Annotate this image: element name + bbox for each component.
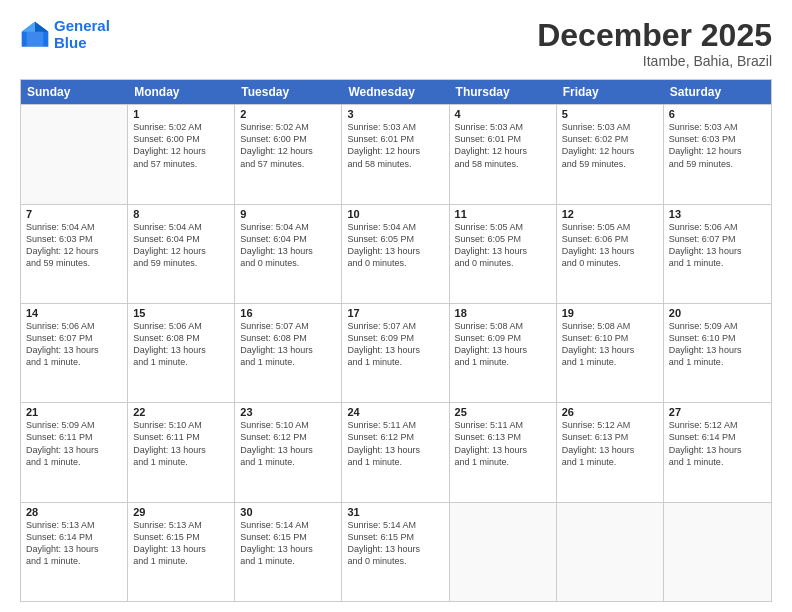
day-info: Sunrise: 5:04 AM Sunset: 6:05 PM Dayligh… xyxy=(347,221,443,270)
header: General Blue December 2025 Itambe, Bahia… xyxy=(20,18,772,69)
day-number: 28 xyxy=(26,506,122,518)
title-area: December 2025 Itambe, Bahia, Brazil xyxy=(537,18,772,69)
day-info: Sunrise: 5:13 AM Sunset: 6:15 PM Dayligh… xyxy=(133,519,229,568)
day-info: Sunrise: 5:07 AM Sunset: 6:09 PM Dayligh… xyxy=(347,320,443,369)
day-number: 11 xyxy=(455,208,551,220)
cal-cell-1-5: 4Sunrise: 5:03 AM Sunset: 6:01 PM Daylig… xyxy=(450,105,557,203)
cal-cell-4-2: 22Sunrise: 5:10 AM Sunset: 6:11 PM Dayli… xyxy=(128,403,235,501)
logo-line1: General xyxy=(54,17,110,34)
subtitle: Itambe, Bahia, Brazil xyxy=(537,53,772,69)
cal-cell-2-1: 7Sunrise: 5:04 AM Sunset: 6:03 PM Daylig… xyxy=(21,205,128,303)
cal-cell-4-7: 27Sunrise: 5:12 AM Sunset: 6:14 PM Dayli… xyxy=(664,403,771,501)
calendar-row-4: 21Sunrise: 5:09 AM Sunset: 6:11 PM Dayli… xyxy=(21,402,771,501)
day-number: 8 xyxy=(133,208,229,220)
header-day-thursday: Thursday xyxy=(450,80,557,104)
cal-cell-2-7: 13Sunrise: 5:06 AM Sunset: 6:07 PM Dayli… xyxy=(664,205,771,303)
day-info: Sunrise: 5:14 AM Sunset: 6:15 PM Dayligh… xyxy=(347,519,443,568)
svg-marker-1 xyxy=(35,21,48,31)
day-info: Sunrise: 5:10 AM Sunset: 6:12 PM Dayligh… xyxy=(240,419,336,468)
cal-cell-5-5 xyxy=(450,503,557,601)
day-number: 15 xyxy=(133,307,229,319)
day-info: Sunrise: 5:09 AM Sunset: 6:11 PM Dayligh… xyxy=(26,419,122,468)
day-number: 6 xyxy=(669,108,766,120)
calendar-row-5: 28Sunrise: 5:13 AM Sunset: 6:14 PM Dayli… xyxy=(21,502,771,601)
day-number: 29 xyxy=(133,506,229,518)
cal-cell-4-1: 21Sunrise: 5:09 AM Sunset: 6:11 PM Dayli… xyxy=(21,403,128,501)
header-day-saturday: Saturday xyxy=(664,80,771,104)
day-info: Sunrise: 5:04 AM Sunset: 6:04 PM Dayligh… xyxy=(240,221,336,270)
day-info: Sunrise: 5:09 AM Sunset: 6:10 PM Dayligh… xyxy=(669,320,766,369)
day-info: Sunrise: 5:10 AM Sunset: 6:11 PM Dayligh… xyxy=(133,419,229,468)
day-number: 18 xyxy=(455,307,551,319)
day-info: Sunrise: 5:07 AM Sunset: 6:08 PM Dayligh… xyxy=(240,320,336,369)
day-info: Sunrise: 5:05 AM Sunset: 6:06 PM Dayligh… xyxy=(562,221,658,270)
cal-cell-3-7: 20Sunrise: 5:09 AM Sunset: 6:10 PM Dayli… xyxy=(664,304,771,402)
logo: General Blue xyxy=(20,18,110,51)
day-number: 27 xyxy=(669,406,766,418)
cal-cell-5-1: 28Sunrise: 5:13 AM Sunset: 6:14 PM Dayli… xyxy=(21,503,128,601)
cal-cell-4-4: 24Sunrise: 5:11 AM Sunset: 6:12 PM Dayli… xyxy=(342,403,449,501)
cal-cell-3-4: 17Sunrise: 5:07 AM Sunset: 6:09 PM Dayli… xyxy=(342,304,449,402)
cal-cell-1-3: 2Sunrise: 5:02 AM Sunset: 6:00 PM Daylig… xyxy=(235,105,342,203)
calendar: SundayMondayTuesdayWednesdayThursdayFrid… xyxy=(20,79,772,602)
cal-cell-2-3: 9Sunrise: 5:04 AM Sunset: 6:04 PM Daylig… xyxy=(235,205,342,303)
day-number: 7 xyxy=(26,208,122,220)
cal-cell-2-4: 10Sunrise: 5:04 AM Sunset: 6:05 PM Dayli… xyxy=(342,205,449,303)
day-number: 13 xyxy=(669,208,766,220)
page: General Blue December 2025 Itambe, Bahia… xyxy=(0,0,792,612)
day-info: Sunrise: 5:13 AM Sunset: 6:14 PM Dayligh… xyxy=(26,519,122,568)
day-info: Sunrise: 5:06 AM Sunset: 6:07 PM Dayligh… xyxy=(669,221,766,270)
cal-cell-4-5: 25Sunrise: 5:11 AM Sunset: 6:13 PM Dayli… xyxy=(450,403,557,501)
day-number: 4 xyxy=(455,108,551,120)
svg-rect-3 xyxy=(27,31,44,46)
cal-cell-3-6: 19Sunrise: 5:08 AM Sunset: 6:10 PM Dayli… xyxy=(557,304,664,402)
day-number: 2 xyxy=(240,108,336,120)
calendar-row-1: 1Sunrise: 5:02 AM Sunset: 6:00 PM Daylig… xyxy=(21,104,771,203)
header-day-wednesday: Wednesday xyxy=(342,80,449,104)
day-number: 26 xyxy=(562,406,658,418)
cal-cell-1-6: 5Sunrise: 5:03 AM Sunset: 6:02 PM Daylig… xyxy=(557,105,664,203)
month-title: December 2025 xyxy=(537,18,772,53)
cal-cell-5-6 xyxy=(557,503,664,601)
day-info: Sunrise: 5:08 AM Sunset: 6:09 PM Dayligh… xyxy=(455,320,551,369)
day-info: Sunrise: 5:08 AM Sunset: 6:10 PM Dayligh… xyxy=(562,320,658,369)
logo-icon xyxy=(20,20,50,50)
day-info: Sunrise: 5:11 AM Sunset: 6:13 PM Dayligh… xyxy=(455,419,551,468)
day-info: Sunrise: 5:04 AM Sunset: 6:04 PM Dayligh… xyxy=(133,221,229,270)
day-number: 16 xyxy=(240,307,336,319)
header-day-monday: Monday xyxy=(128,80,235,104)
day-number: 5 xyxy=(562,108,658,120)
day-info: Sunrise: 5:03 AM Sunset: 6:01 PM Dayligh… xyxy=(347,121,443,170)
day-info: Sunrise: 5:11 AM Sunset: 6:12 PM Dayligh… xyxy=(347,419,443,468)
cal-cell-2-2: 8Sunrise: 5:04 AM Sunset: 6:04 PM Daylig… xyxy=(128,205,235,303)
day-info: Sunrise: 5:06 AM Sunset: 6:08 PM Dayligh… xyxy=(133,320,229,369)
day-info: Sunrise: 5:04 AM Sunset: 6:03 PM Dayligh… xyxy=(26,221,122,270)
calendar-row-3: 14Sunrise: 5:06 AM Sunset: 6:07 PM Dayli… xyxy=(21,303,771,402)
header-day-tuesday: Tuesday xyxy=(235,80,342,104)
calendar-body: 1Sunrise: 5:02 AM Sunset: 6:00 PM Daylig… xyxy=(21,104,771,601)
cal-cell-1-7: 6Sunrise: 5:03 AM Sunset: 6:03 PM Daylig… xyxy=(664,105,771,203)
logo-line2: Blue xyxy=(54,34,87,51)
day-number: 25 xyxy=(455,406,551,418)
logo-text: General Blue xyxy=(54,18,110,51)
day-number: 14 xyxy=(26,307,122,319)
day-number: 9 xyxy=(240,208,336,220)
cal-cell-1-2: 1Sunrise: 5:02 AM Sunset: 6:00 PM Daylig… xyxy=(128,105,235,203)
cal-cell-1-1 xyxy=(21,105,128,203)
header-day-friday: Friday xyxy=(557,80,664,104)
day-info: Sunrise: 5:14 AM Sunset: 6:15 PM Dayligh… xyxy=(240,519,336,568)
cal-cell-5-4: 31Sunrise: 5:14 AM Sunset: 6:15 PM Dayli… xyxy=(342,503,449,601)
cal-cell-5-3: 30Sunrise: 5:14 AM Sunset: 6:15 PM Dayli… xyxy=(235,503,342,601)
cal-cell-2-6: 12Sunrise: 5:05 AM Sunset: 6:06 PM Dayli… xyxy=(557,205,664,303)
day-number: 23 xyxy=(240,406,336,418)
day-info: Sunrise: 5:12 AM Sunset: 6:14 PM Dayligh… xyxy=(669,419,766,468)
day-info: Sunrise: 5:03 AM Sunset: 6:03 PM Dayligh… xyxy=(669,121,766,170)
header-day-sunday: Sunday xyxy=(21,80,128,104)
cal-cell-5-7 xyxy=(664,503,771,601)
day-number: 30 xyxy=(240,506,336,518)
day-number: 19 xyxy=(562,307,658,319)
day-number: 3 xyxy=(347,108,443,120)
cal-cell-1-4: 3Sunrise: 5:03 AM Sunset: 6:01 PM Daylig… xyxy=(342,105,449,203)
day-info: Sunrise: 5:05 AM Sunset: 6:05 PM Dayligh… xyxy=(455,221,551,270)
day-number: 20 xyxy=(669,307,766,319)
